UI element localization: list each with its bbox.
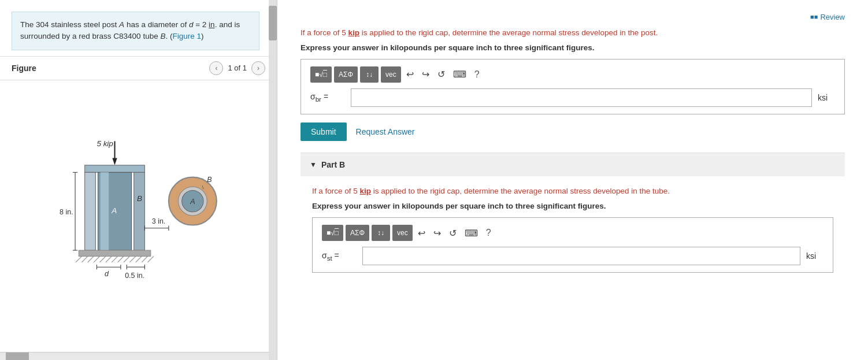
arrows-button-a[interactable]: ↕↓ xyxy=(360,66,379,83)
partB-answer-box: ■√□ ΑΣΦ ↕↓ vec ↩ ↪ ↺ ⌨ ? σst = ksi xyxy=(312,217,833,273)
help-button-a[interactable]: ? xyxy=(472,68,483,81)
vec-button-b[interactable]: vec xyxy=(392,225,413,241)
keyboard-button-b[interactable]: ⌨ xyxy=(462,226,481,240)
svg-rect-7 xyxy=(100,172,109,250)
partB-input-label: σst = xyxy=(322,251,357,262)
review-label: Review xyxy=(820,13,845,21)
redo-button-a[interactable]: ↪ xyxy=(419,67,432,81)
figure-link[interactable]: Figure 1 xyxy=(172,32,201,40)
svg-marker-1 xyxy=(112,158,117,165)
svg-text:0.5 in.: 0.5 in. xyxy=(125,272,144,280)
svg-line-14 xyxy=(87,256,93,262)
redo-button-b[interactable]: ↪ xyxy=(431,226,444,240)
partB-question: If a force of 5 kip is applied to the ri… xyxy=(312,185,833,197)
partB-toolbar: ■√□ ΑΣΦ ↕↓ vec ↩ ↪ ↺ ⌨ ? xyxy=(322,225,824,241)
undo-button-a[interactable]: ↩ xyxy=(403,67,417,81)
partA-toolbar: ■√□ ΑΣΦ ↕↓ vec ↩ ↪ ↺ ⌨ ? xyxy=(310,66,835,83)
review-icon: ■■ xyxy=(810,13,818,20)
review-link-container: ■■ Review xyxy=(301,12,845,21)
svg-line-15 xyxy=(94,256,99,262)
review-link[interactable]: ■■ Review xyxy=(810,13,845,21)
refresh-button-a[interactable]: ↺ xyxy=(435,67,448,81)
partB-section: ▼ Part B If a force of 5 kip is applied … xyxy=(301,153,845,290)
svg-text:A: A xyxy=(111,206,117,215)
svg-text:d: d xyxy=(104,269,109,277)
partA-kip: kip xyxy=(348,28,360,37)
svg-text:B: B xyxy=(136,194,142,203)
help-button-b[interactable]: ? xyxy=(483,227,494,239)
partB-answer-input[interactable] xyxy=(362,247,800,265)
partB-toggle[interactable]: ▼ xyxy=(310,161,317,169)
svg-line-17 xyxy=(105,256,111,262)
scrollbar-thumb[interactable] xyxy=(269,6,277,40)
svg-text:3 in.: 3 in. xyxy=(151,217,165,225)
partA-question: If a force of 5 kip is applied to the ri… xyxy=(301,27,845,39)
svg-line-12 xyxy=(76,256,81,262)
svg-line-13 xyxy=(81,256,87,262)
svg-line-22 xyxy=(135,256,141,262)
refresh-button-b[interactable]: ↺ xyxy=(446,226,459,240)
svg-rect-5 xyxy=(133,172,144,250)
partA-action-row: Submit Request Answer xyxy=(301,123,845,141)
scrollbar[interactable] xyxy=(269,0,277,360)
abo-button-b[interactable]: ΑΣΦ xyxy=(346,225,369,241)
right-panel: ■■ Review If a force of 5 kip is applied… xyxy=(277,0,868,360)
svg-line-21 xyxy=(129,256,135,262)
partA-input-label: σbr = xyxy=(310,92,345,103)
problem-text: The 304 stainless steel post A has a dia… xyxy=(20,20,240,40)
undo-button-b[interactable]: ↩ xyxy=(415,226,428,240)
sqrt-button-a[interactable]: ■√□ xyxy=(310,66,332,83)
bottom-scrollbar[interactable] xyxy=(0,352,269,360)
svg-rect-3 xyxy=(84,165,144,172)
figure-svg: 5 kip A B xyxy=(46,135,231,297)
prev-figure-button[interactable]: ‹ xyxy=(209,61,223,75)
svg-text:5 kip: 5 kip xyxy=(97,139,113,147)
partA-answer-input[interactable] xyxy=(351,88,812,107)
svg-line-20 xyxy=(124,256,129,262)
problem-text-box: The 304 stainless steel post A has a dia… xyxy=(12,12,259,50)
partB-label: Part B xyxy=(321,160,345,169)
svg-text:B: B xyxy=(207,176,212,184)
abo-button-a[interactable]: ΑΣΦ xyxy=(334,66,358,83)
figure-area: 5 kip A B xyxy=(0,80,277,352)
sqrt-button-b[interactable]: ■√□ xyxy=(322,225,343,241)
svg-line-23 xyxy=(142,256,147,262)
vec-button-a[interactable]: vec xyxy=(381,66,401,83)
partB-instruction: Express your answer in kilopounds per sq… xyxy=(312,202,833,210)
bottom-scroll-thumb[interactable] xyxy=(6,352,29,360)
partA-instruction: Express your answer in kilopounds per sq… xyxy=(301,43,845,52)
svg-rect-4 xyxy=(84,172,95,250)
left-panel: The 304 stainless steel post A has a dia… xyxy=(0,0,277,360)
partB-content: If a force of 5 kip is applied to the ri… xyxy=(301,176,845,290)
svg-rect-10 xyxy=(79,250,150,256)
figure-count: 1 of 1 xyxy=(228,64,247,72)
partA-answer-box: ■√□ ΑΣΦ ↕↓ vec ↩ ↪ ↺ ⌨ ? σbr = ksi xyxy=(301,59,845,114)
next-figure-button[interactable]: › xyxy=(251,61,265,75)
request-answer-link[interactable]: Request Answer xyxy=(356,127,415,136)
partB-header: ▼ Part B xyxy=(301,153,845,176)
svg-line-19 xyxy=(117,256,123,262)
svg-line-16 xyxy=(99,256,105,262)
partB-kip: kip xyxy=(360,187,372,195)
partB-unit: ksi xyxy=(806,251,824,261)
arrows-button-b[interactable]: ↕↓ xyxy=(372,225,390,241)
svg-line-24 xyxy=(147,256,153,262)
svg-text:8 in.: 8 in. xyxy=(60,208,73,216)
svg-line-18 xyxy=(112,256,117,262)
keyboard-button-a[interactable]: ⌨ xyxy=(450,67,469,81)
figure-label: Figure xyxy=(12,64,205,73)
partB-input-row: σst = ksi xyxy=(322,247,824,265)
partA-input-row: σbr = ksi xyxy=(310,88,835,107)
figure-nav: Figure ‹ 1 of 1 › xyxy=(0,56,277,80)
submit-button[interactable]: Submit xyxy=(301,123,347,141)
partA-unit: ksi xyxy=(818,93,835,102)
svg-text:A: A xyxy=(190,198,195,206)
